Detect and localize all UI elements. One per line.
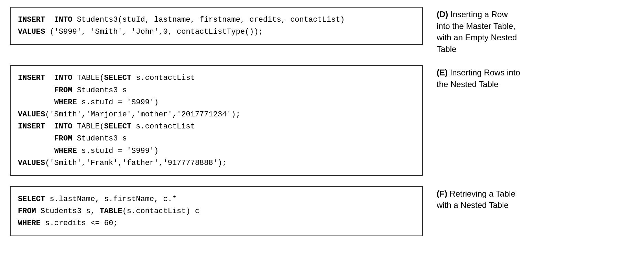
sql-text: Students3 s (72, 134, 127, 143)
sql-text: ('S999', 'Smith', 'John',0, contactListT… (45, 28, 263, 36)
code-line-d-1: VALUES ('S999', 'Smith', 'John',0, conta… (18, 26, 415, 38)
code-line-e-2: WHERE s.stuId = 'S999') (18, 96, 415, 108)
sql-text: s.stuId = 'S999') (77, 98, 159, 107)
section-row-f: SELECT s.lastName, s.firstName, c.*FROM … (10, 186, 634, 237)
description-e: (E) Inserting Rows intothe Nested Table (437, 65, 634, 90)
code-box-f: SELECT s.lastName, s.firstName, c.*FROM … (10, 186, 423, 237)
code-box-e: INSERT INTO TABLE(SELECT s.contactList F… (10, 65, 423, 176)
code-line-e-1: FROM Students3 s (18, 84, 415, 96)
sql-text (18, 86, 54, 95)
sql-text: s.stuId = 'S999') (77, 147, 159, 155)
sql-text: (s.contactList) c (122, 207, 199, 216)
code-line-e-3: VALUES('Smith','Marjorie','mother','2017… (18, 108, 415, 121)
sql-keyword: SELECT (104, 74, 131, 82)
sql-text: Students3 s, (36, 207, 100, 216)
code-line-d-0: INSERT INTO Students3(stuId, lastname, f… (18, 14, 415, 26)
page-container: INSERT INTO Students3(stuId, lastname, f… (10, 7, 634, 236)
sql-keyword: WHERE (54, 147, 77, 155)
sql-keyword: TABLE (100, 207, 122, 216)
sql-text: Students3(stuId, lastname, firstname, cr… (72, 15, 345, 24)
section-row-e: INSERT INTO TABLE(SELECT s.contactList F… (10, 65, 634, 176)
section-row-d: INSERT INTO Students3(stuId, lastname, f… (10, 7, 634, 55)
code-line-e-5: FROM Students3 s (18, 133, 415, 145)
sql-keyword: FROM (18, 207, 36, 216)
sql-keyword: VALUES (18, 159, 45, 167)
sql-text: Students3 s (72, 86, 127, 95)
code-line-f-2: WHERE s.credits <= 60; (18, 217, 415, 229)
sql-text: ('Smith','Frank','father','9177778888'); (45, 159, 227, 167)
description-label-f: (F) (437, 189, 447, 198)
description-text-f: Retrieving a Tablewith a Nested Table (437, 189, 515, 210)
sql-keyword: INSERT INTO (18, 122, 72, 131)
code-box-d: INSERT INTO Students3(stuId, lastname, f… (10, 7, 423, 45)
sql-keyword: WHERE (54, 98, 77, 107)
sql-keyword: FROM (54, 86, 73, 95)
sql-keyword: VALUES (18, 28, 45, 36)
sql-text: s.contactList (131, 74, 195, 82)
sql-keyword: VALUES (18, 110, 45, 119)
code-line-e-6: WHERE s.stuId = 'S999') (18, 145, 415, 157)
code-content-e: INSERT INTO TABLE(SELECT s.contactList F… (18, 72, 415, 169)
code-content-d: INSERT INTO Students3(stuId, lastname, f… (18, 14, 415, 38)
sql-text (18, 134, 54, 143)
sql-keyword: INSERT INTO (18, 15, 72, 24)
sql-keyword: SELECT (18, 195, 45, 203)
sql-keyword: INSERT INTO (18, 74, 72, 82)
code-line-e-7: VALUES('Smith','Frank','father','9177778… (18, 157, 415, 169)
sql-text: TABLE( (72, 122, 104, 131)
sql-keyword: SELECT (104, 122, 131, 131)
sql-text: ('Smith','Marjorie','mother','2017771234… (45, 110, 240, 119)
sql-keyword: WHERE (18, 219, 41, 228)
description-text-e: Inserting Rows intothe Nested Table (437, 68, 520, 89)
code-line-e-4: INSERT INTO TABLE(SELECT s.contactList (18, 121, 415, 133)
sql-text: s.contactList (131, 122, 195, 131)
description-label-e: (E) (437, 68, 448, 77)
description-text-d: Inserting a Rowinto the Master Table,wit… (437, 10, 517, 54)
description-f: (F) Retrieving a Tablewith a Nested Tabl… (437, 186, 634, 211)
description-label-d: (D) (437, 10, 448, 19)
code-line-f-0: SELECT s.lastName, s.firstName, c.* (18, 193, 415, 205)
code-line-e-0: INSERT INTO TABLE(SELECT s.contactList (18, 72, 415, 84)
sql-text (18, 147, 54, 155)
sql-text: s.credits <= 60; (41, 219, 118, 228)
sql-text: TABLE( (72, 74, 104, 82)
code-content-f: SELECT s.lastName, s.firstName, c.*FROM … (18, 193, 415, 230)
sql-text (18, 98, 54, 107)
description-d: (D) Inserting a Rowinto the Master Table… (437, 7, 634, 55)
sql-keyword: FROM (54, 134, 73, 143)
code-line-f-1: FROM Students3 s, TABLE(s.contactList) c (18, 205, 415, 217)
sql-text: s.lastName, s.firstName, c.* (45, 195, 177, 203)
